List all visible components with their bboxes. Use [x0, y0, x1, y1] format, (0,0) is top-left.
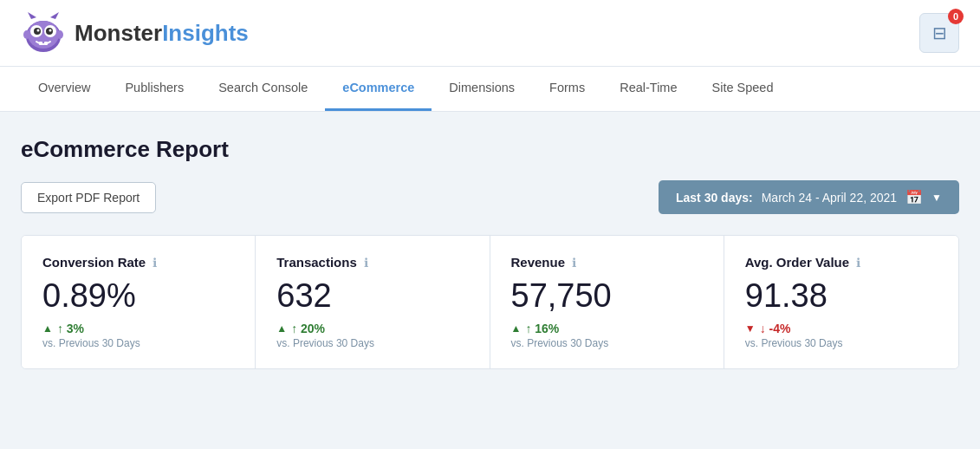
arrow-up-icon: ▲ [276, 322, 287, 335]
conversion-rate-card: Conversion Rate ℹ 0.89% ▲ ↑ 3% vs. Previ… [22, 236, 256, 368]
svg-point-6 [37, 29, 40, 32]
card-title: Avg. Order Value [745, 255, 849, 270]
card-header: Transactions ℹ [276, 255, 468, 270]
arrow-down-icon: ▼ [745, 322, 756, 335]
inbox-button[interactable]: ⊟ 0 [919, 13, 959, 53]
nav-item-overview[interactable]: Overview [21, 67, 107, 111]
card-value: 632 [276, 278, 468, 315]
svg-rect-10 [39, 42, 42, 45]
change-indicator: ▲ ↑ 3% [42, 322, 234, 335]
card-header: Revenue ℹ [511, 255, 703, 270]
card-title: Transactions [276, 255, 357, 270]
arrow-up-icon: ▲ [511, 322, 522, 335]
svg-point-13 [56, 30, 63, 39]
card-footer: ▲ ↑ 16% vs. Previous 30 Days [511, 322, 703, 349]
svg-marker-9 [50, 12, 59, 19]
card-value: 91.38 [745, 278, 938, 315]
info-icon[interactable]: ℹ [364, 256, 368, 270]
vs-label: vs. Previous 30 Days [276, 337, 468, 349]
nav-item-ecommerce[interactable]: eCommerce [325, 67, 432, 111]
info-icon[interactable]: ℹ [572, 256, 576, 270]
change-indicator: ▲ ↑ 16% [511, 322, 703, 335]
notification-badge: 0 [948, 9, 964, 24]
nav-item-dimensions[interactable]: Dimensions [432, 67, 532, 111]
logo-area: MonsterInsights [21, 10, 249, 55]
card-title: Revenue [511, 255, 566, 270]
svg-point-12 [23, 30, 30, 39]
change-indicator: ▼ ↓ -4% [745, 322, 938, 335]
change-indicator: ▲ ↑ 20% [276, 322, 468, 335]
header-right: ⊟ 0 [919, 13, 959, 53]
card-footer: ▼ ↓ -4% vs. Previous 30 Days [745, 322, 938, 349]
date-range-label: Last 30 days: [676, 191, 753, 205]
chevron-down-icon: ▼ [931, 192, 942, 204]
card-value: 57,750 [511, 278, 703, 315]
vs-label: vs. Previous 30 Days [745, 337, 938, 349]
arrow-up-icon: ▲ [42, 322, 53, 335]
date-range-button[interactable]: Last 30 days: March 24 - April 22, 2021 … [659, 180, 959, 214]
nav-item-search-console[interactable]: Search Console [201, 67, 325, 111]
card-footer: ▲ ↑ 20% vs. Previous 30 Days [276, 322, 468, 349]
revenue-card: Revenue ℹ 57,750 ▲ ↑ 16% vs. Previous 30… [490, 236, 724, 368]
svg-point-7 [49, 29, 52, 32]
card-title: Conversion Rate [42, 255, 146, 270]
info-icon[interactable]: ℹ [856, 256, 860, 270]
card-value: 0.89% [42, 278, 234, 315]
nav-item-publishers[interactable]: Publishers [107, 67, 201, 111]
calendar-icon: 📅 [905, 189, 923, 205]
card-header: Avg. Order Value ℹ [745, 255, 938, 270]
export-pdf-button[interactable]: Export PDF Report [21, 182, 156, 213]
date-range-value: March 24 - April 22, 2021 [762, 191, 897, 205]
main-nav: Overview Publishers Search Console eComm… [0, 67, 980, 112]
monster-logo-icon [21, 10, 66, 55]
svg-marker-8 [28, 12, 36, 19]
transactions-card: Transactions ℹ 632 ▲ ↑ 20% vs. Previous … [256, 236, 490, 368]
nav-item-real-time[interactable]: Real-Time [602, 67, 694, 111]
card-header: Conversion Rate ℹ [42, 255, 234, 270]
toolbar: Export PDF Report Last 30 days: March 24… [21, 180, 959, 214]
app-name: MonsterInsights [75, 20, 249, 47]
info-icon[interactable]: ℹ [153, 256, 157, 270]
card-footer: ▲ ↑ 3% vs. Previous 30 Days [42, 322, 234, 349]
metrics-cards: Conversion Rate ℹ 0.89% ▲ ↑ 3% vs. Previ… [21, 235, 959, 369]
nav-item-forms[interactable]: Forms [532, 67, 602, 111]
nav-item-site-speed[interactable]: Site Speed [695, 67, 791, 111]
vs-label: vs. Previous 30 Days [42, 337, 234, 349]
avg-order-value-card: Avg. Order Value ℹ 91.38 ▼ ↓ -4% vs. Pre… [724, 236, 958, 368]
page-title: eCommerce Report [21, 136, 959, 163]
svg-rect-11 [44, 42, 48, 45]
vs-label: vs. Previous 30 Days [511, 337, 703, 349]
inbox-icon: ⊟ [932, 23, 947, 43]
main-content: eCommerce Report Export PDF Report Last … [0, 112, 980, 394]
app-header: MonsterInsights ⊟ 0 [0, 0, 980, 67]
